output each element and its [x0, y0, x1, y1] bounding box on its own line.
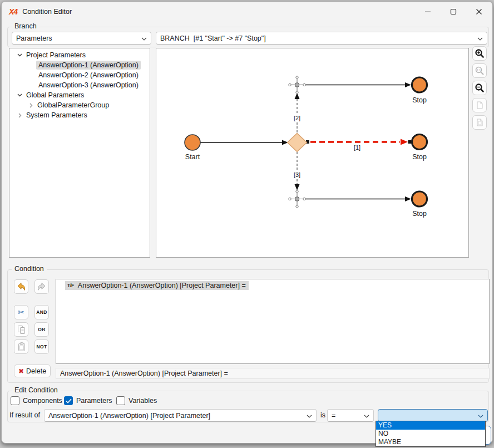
condition-list[interactable]: T/F AnswerOption-1 (AnswerOption) [Proje… — [56, 279, 490, 364]
chevron-down-icon[interactable] — [16, 53, 24, 57]
zoom-out-button[interactable] — [472, 81, 487, 95]
junction-node-top[interactable] — [289, 76, 411, 93]
tree-item-label: AnswerOption-1 (AnswerOption) — [36, 61, 141, 70]
chevron-right-icon[interactable] — [27, 103, 35, 108]
tree-item-answeroption-2[interactable]: AnswerOption-2 (AnswerOption) — [9, 70, 150, 80]
branch-select-value: BRANCH [#1 "Start" -> #7 "Stop"] — [160, 35, 266, 42]
tree-item-label: AnswerOption-3 (AnswerOption) — [36, 81, 141, 90]
not-label: NOT — [37, 344, 47, 349]
cut-button[interactable]: ✂ — [14, 305, 28, 319]
tree-item-answeroption-3[interactable]: AnswerOption-3 (AnswerOption) — [9, 80, 150, 90]
fit-page-button[interactable] — [472, 98, 487, 112]
tree-item-project-parameters[interactable]: Project Parameters — [9, 50, 150, 60]
stop-node-top[interactable]: Stop — [412, 77, 427, 104]
chevron-down-icon — [141, 37, 147, 41]
app-logo: X4 — [9, 7, 17, 16]
chevron-down-icon — [364, 415, 369, 418]
tree-item-globalparametergroup[interactable]: GlobalParameterGroup — [9, 100, 150, 110]
components-checkbox[interactable] — [11, 396, 19, 405]
decision-node[interactable] — [288, 134, 307, 152]
delete-label: Delete — [26, 367, 46, 375]
chevron-down-icon[interactable] — [16, 93, 24, 97]
and-button[interactable]: AND — [34, 305, 49, 319]
parameter-source-select[interactable]: Parameters — [12, 32, 151, 45]
edge-start-to-decision[interactable] — [200, 140, 288, 145]
start-node[interactable]: Start — [185, 135, 200, 161]
not-button[interactable]: NOT — [34, 339, 49, 354]
paste-button[interactable] — [14, 339, 28, 354]
result-parameter-select[interactable]: AnswerOption-1 (AnswerOption) [Project P… — [44, 409, 317, 422]
diagram-canvas[interactable]: [2] [3] [1] — [156, 48, 469, 258]
condition-item-text: AnswerOption-1 (AnswerOption) [Project P… — [78, 282, 246, 289]
junction-node-bottom[interactable] — [289, 190, 411, 208]
redo-icon — [36, 281, 47, 292]
parameters-checkbox[interactable] — [64, 396, 73, 405]
maximize-icon — [450, 8, 457, 15]
value-dropdown-popup: YES NO MAYBE — [376, 421, 486, 447]
components-checkbox-group: Components — [11, 396, 62, 405]
tree-item-label: Project Parameters — [24, 51, 88, 60]
svg-text:1:1: 1:1 — [477, 68, 481, 72]
is-label: is — [320, 411, 325, 419]
parameter-source-value: Parameters — [16, 35, 52, 42]
close-button[interactable] — [466, 2, 492, 21]
check-icon — [66, 398, 72, 403]
condition-item-type-badge: T/F — [67, 283, 74, 288]
or-button[interactable]: OR — [34, 322, 49, 337]
node-label: Stop — [412, 210, 427, 218]
tree-item-answeroption-1[interactable]: AnswerOption-1 (AnswerOption) — [9, 60, 150, 70]
delete-x-icon: ✖ — [18, 367, 24, 375]
stop-node-bottom[interactable]: Stop — [412, 191, 427, 218]
paste-icon — [16, 342, 27, 352]
chevron-right-icon[interactable] — [16, 113, 24, 118]
edge-1-active[interactable]: [1] — [306, 139, 412, 152]
option-no[interactable]: NO — [376, 430, 485, 438]
tree-item-label: GlobalParameterGroup — [35, 101, 111, 110]
variables-checkbox-label: Variables — [129, 397, 157, 405]
edit-condition-group: Edit Condition Components Parameters Var… — [7, 391, 489, 422]
cut-icon: ✂ — [18, 308, 24, 317]
stop-node-middle[interactable]: Stop — [412, 135, 427, 161]
undo-icon — [16, 281, 27, 292]
close-icon — [476, 8, 482, 15]
fit-width-button[interactable] — [472, 115, 487, 130]
minimize-button[interactable] — [415, 2, 441, 21]
tree-item-label: System Parameters — [24, 111, 90, 120]
zoom-in-icon — [475, 48, 485, 58]
branch-group-label: Branch — [12, 22, 39, 30]
operator-select[interactable]: = — [327, 409, 374, 422]
tree-item-system-parameters[interactable]: System Parameters — [9, 110, 150, 120]
condition-expression-field[interactable]: AnswerOption-1 (AnswerOption) [Project P… — [56, 368, 490, 379]
condition-list-item[interactable]: T/F AnswerOption-1 (AnswerOption) [Proje… — [65, 281, 249, 290]
value-select[interactable] — [378, 409, 488, 422]
tree-item-label: AnswerOption-2 (AnswerOption) — [36, 71, 141, 80]
variables-checkbox[interactable] — [116, 396, 125, 405]
and-label: AND — [36, 309, 47, 315]
undo-button[interactable] — [14, 279, 28, 294]
zoom-in-button[interactable] — [472, 46, 487, 61]
page-icon — [475, 118, 484, 127]
delete-button[interactable]: ✖ Delete — [14, 365, 51, 377]
edge-3[interactable]: [3] — [292, 152, 302, 190]
window-title: Condition Editor — [22, 8, 72, 16]
copy-icon — [16, 324, 27, 335]
copy-button[interactable] — [14, 322, 28, 337]
tree-item-global-parameters[interactable]: Global Parameters — [9, 90, 150, 100]
zoom-one-to-one-icon: 1:1 — [475, 66, 485, 76]
redo-button[interactable] — [34, 279, 49, 294]
chevron-down-icon — [477, 37, 483, 41]
zoom-actual-size-button[interactable]: 1:1 — [472, 63, 487, 78]
maximize-button[interactable] — [441, 2, 466, 21]
parameter-tree: Project Parameters AnswerOption-1 (Answe… — [9, 48, 150, 258]
edge-2[interactable]: [2] — [292, 93, 302, 133]
node-label: Start — [185, 153, 200, 161]
variables-checkbox-group: Variables — [116, 396, 157, 405]
option-maybe[interactable]: MAYBE — [376, 438, 485, 446]
branch-group: Branch Parameters BRANCH [#1 "Start" -> … — [7, 27, 489, 47]
option-yes[interactable]: YES — [376, 421, 485, 430]
operator-value: = — [332, 412, 335, 420]
result-parameter-value: AnswerOption-1 (AnswerOption) [Project P… — [48, 412, 210, 420]
components-checkbox-label: Components — [23, 397, 62, 405]
parameters-checkbox-group: Parameters — [64, 396, 112, 405]
branch-select[interactable]: BRANCH [#1 "Start" -> #7 "Stop"] — [156, 32, 487, 45]
